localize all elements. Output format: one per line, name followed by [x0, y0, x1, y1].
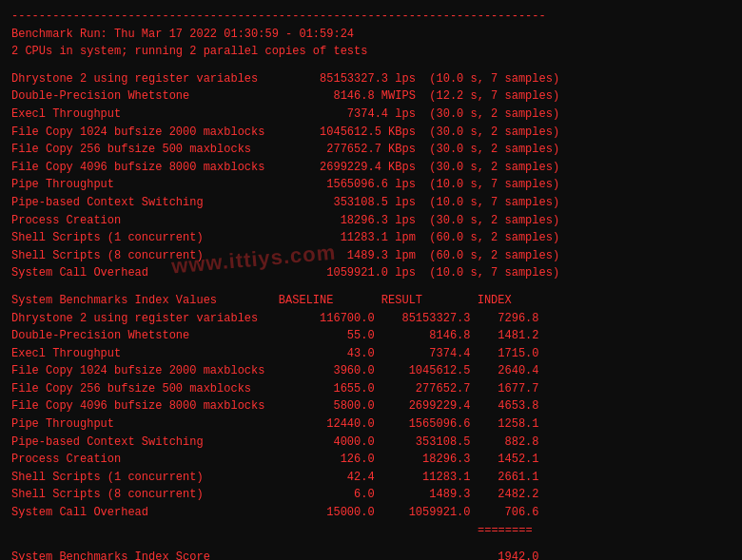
benchmark-run: Benchmark Run: Thu Mar 17 2022 01:30:59 … [11, 26, 731, 44]
cpu-info: 2 CPUs in system; running 2 parallel cop… [11, 43, 731, 61]
separator-top: ----------------------------------------… [11, 8, 731, 26]
result-row: Pipe Throughput 1565096.6 lps (10.0 s, 7… [11, 176, 731, 194]
index-row: Pipe Throughput 12440.0 1565096.6 1258.1 [11, 415, 731, 434]
index-row: Process Creation 126.0 18296.3 1452.1 [11, 451, 731, 469]
result-row: File Copy 256 bufsize 500 maxblocks 2776… [11, 141, 731, 159]
result-row: Shell Scripts (8 concurrent) 1489.3 lpm … [11, 247, 731, 265]
index-row: Shell Scripts (1 concurrent) 42.4 11283.… [11, 469, 731, 487]
result-row: Process Creation 18296.3 lps (30.0 s, 2 … [11, 212, 731, 230]
result-row: File Copy 1024 bufsize 2000 maxblocks 10… [11, 124, 731, 142]
result-row: File Copy 4096 bufsize 8000 maxblocks 26… [11, 159, 731, 177]
result-row: Double-Precision Whetstone 8146.8 MWIPS … [11, 87, 731, 106]
index-row: File Copy 4096 bufsize 8000 maxblocks 58… [11, 397, 731, 415]
index-section: Dhrystone 2 using register variables 116… [11, 310, 731, 522]
index-row: Double-Precision Whetstone 55.0 8146.8 1… [11, 327, 731, 345]
results-section: Dhrystone 2 using register variables 851… [11, 70, 731, 282]
result-row: System Call Overhead 1059921.0 lps (10.0… [11, 264, 731, 282]
index-row: Shell Scripts (8 concurrent) 6.0 1489.3 … [11, 486, 731, 504]
index-row: Pipe-based Context Switching 4000.0 3531… [11, 434, 731, 452]
equals-bar: ======== [11, 522, 731, 540]
result-row: Dhrystone 2 using register variables 851… [11, 70, 731, 88]
index-row: File Copy 256 bufsize 500 maxblocks 1655… [11, 380, 731, 398]
result-row: Shell Scripts (1 concurrent) 11283.1 lpm… [11, 229, 731, 247]
index-row: Execl Throughput 43.0 7374.4 1715.0 [11, 345, 731, 363]
result-row: Pipe-based Context Switching 353108.5 lp… [11, 194, 731, 212]
index-row: System Call Overhead 15000.0 1059921.0 7… [11, 504, 731, 522]
result-row: Execl Throughput 7374.4 lps (30.0 s, 2 s… [11, 106, 731, 124]
index-row: File Copy 1024 bufsize 2000 maxblocks 39… [11, 362, 731, 380]
index-header: System Benchmarks Index Values BASELINE … [11, 292, 731, 310]
score-line: System Benchmarks Index Score 1942.0 [11, 549, 731, 560]
terminal-container: ----------------------------------------… [11, 8, 731, 560]
index-row: Dhrystone 2 using register variables 116… [11, 310, 731, 328]
